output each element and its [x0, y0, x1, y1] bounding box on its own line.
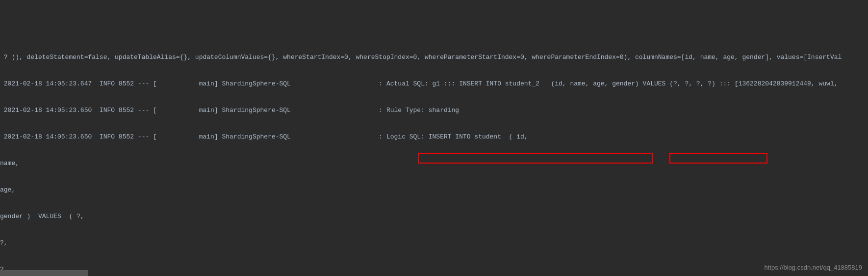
horizontal-scrollbar[interactable] — [0, 270, 88, 276]
log-line: 2021-02-18 14:05:23.650 INFO 8552 --- [ … — [0, 106, 868, 115]
log-line: ?, — [0, 265, 868, 274]
log-line: 2021-02-18 14:05:23.647 INFO 8552 --- [ … — [0, 80, 868, 88]
log-line: ? )), deleteStatement=false, updateTable… — [0, 53, 868, 62]
log-line: age, — [0, 186, 868, 194]
console-log-output: ? )), deleteStatement=false, updateTable… — [0, 35, 868, 276]
watermark-text: https://blog.csdn.net/qq_41885819 — [765, 263, 863, 272]
log-line: name, — [0, 159, 868, 168]
log-line: gender ) VALUES ( ?, — [0, 212, 868, 221]
log-line: ?, — [0, 239, 868, 248]
log-line: 2021-02-18 14:05:23.650 INFO 8552 --- [ … — [0, 133, 868, 141]
